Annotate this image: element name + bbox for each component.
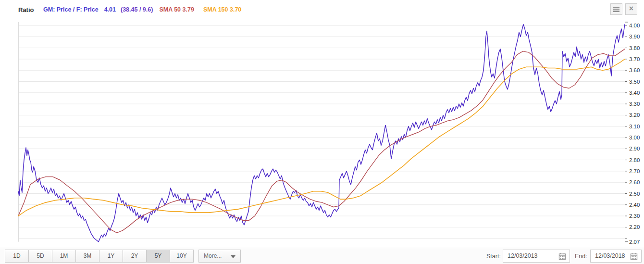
range-button-1y[interactable]: 1Y: [99, 250, 123, 263]
y-axis-label: 3.20: [629, 112, 640, 118]
chart-header: Ratio GM: Price / F: Price4.01(38.45 / 9…: [0, 0, 644, 20]
series-sma-50: [18, 49, 625, 233]
y-axis-label: 3.80: [629, 45, 640, 51]
y-axis-label: 2.70: [629, 168, 640, 174]
legend-item: (38.45 / 9.6): [121, 6, 153, 13]
legend-item: SMA 50 3.79: [159, 6, 194, 13]
y-axis-label: 3.90: [629, 34, 640, 39]
end-date-label: End:: [575, 253, 587, 260]
ratio-chart-widget: 4.003.903.803.703.603.503.403.303.203.10…: [0, 0, 644, 264]
y-axis-label: 3.10: [629, 124, 640, 129]
y-axis-label: 3.50: [629, 79, 640, 85]
start-date-label: Start:: [486, 253, 501, 260]
range-button-5y[interactable]: 5Y: [146, 250, 170, 263]
range-button-3m[interactable]: 3M: [75, 250, 99, 263]
close-icon: ×: [629, 5, 633, 13]
menu-icon: [613, 7, 619, 12]
y-axis-label: 3.60: [629, 67, 640, 73]
y-axis-label: 2.30: [629, 213, 640, 219]
y-axis-label: 2.60: [629, 179, 640, 185]
range-button-10y[interactable]: 10Y: [170, 250, 194, 263]
more-ranges-label: More...: [204, 252, 222, 259]
chevron-down-icon: [231, 255, 235, 258]
series-ratio-gm-f: [18, 25, 625, 242]
legend-item: SMA 150 3.70: [203, 6, 241, 13]
end-date-value: 12/03/2018: [595, 252, 625, 259]
range-button-1m[interactable]: 1M: [52, 250, 76, 263]
y-axis-label: 2.90: [629, 146, 640, 151]
range-button-5d[interactable]: 5D: [28, 250, 52, 263]
y-axis-label: 3.00: [629, 135, 640, 140]
y-axis-label: 4.00: [629, 23, 640, 28]
calendar-icon[interactable]: [558, 252, 566, 260]
y-axis-label: 3.30: [629, 101, 640, 107]
chart-toolbar: 1D5D1M3M1Y2Y5Y10Y More... Start: 12/03/2…: [0, 248, 644, 264]
page-title: Ratio: [18, 6, 34, 13]
window-controls: ×: [610, 3, 637, 15]
y-axis-label: 3.70: [629, 56, 640, 62]
y-axis-label: 2.40: [629, 202, 640, 208]
chart-legend: GM: Price / F: Price4.01(38.45 / 9.6)SMA…: [43, 6, 241, 13]
start-date-value: 12/03/2013: [508, 252, 538, 259]
calendar-icon[interactable]: [630, 252, 638, 260]
start-date-input[interactable]: 12/03/2013: [503, 250, 570, 263]
y-axis-label: 2.50: [629, 191, 640, 197]
y-axis-label: 2.20: [629, 224, 640, 230]
legend-item: GM: Price / F: Price: [43, 6, 99, 13]
y-axis-label: 3.40: [629, 90, 640, 96]
end-date-input[interactable]: 12/03/2018: [590, 250, 642, 263]
range-button-group: 1D5D1M3M1Y2Y5Y10Y: [5, 250, 194, 263]
range-button-2y[interactable]: 2Y: [123, 250, 147, 263]
y-axis-label: 2.80: [629, 157, 640, 163]
legend-item: 4.01: [104, 6, 116, 13]
ratio-chart-plot[interactable]: 4.003.903.803.703.603.503.403.303.203.10…: [0, 0, 644, 248]
range-button-1d[interactable]: 1D: [5, 250, 29, 263]
close-button[interactable]: ×: [625, 3, 637, 15]
menu-button[interactable]: [610, 3, 622, 15]
more-ranges-dropdown[interactable]: More...: [198, 250, 241, 263]
y-axis-label: 2.07: [629, 239, 640, 245]
